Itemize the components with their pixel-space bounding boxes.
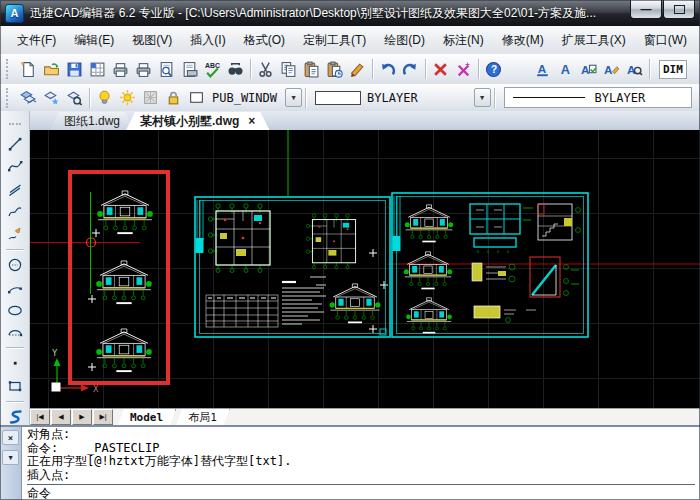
- color-swatch: [315, 91, 361, 105]
- toolbar-separator: [478, 59, 479, 79]
- undo-icon[interactable]: [376, 58, 399, 81]
- tab-layout1[interactable]: 布局1: [176, 409, 230, 425]
- layer-search-icon[interactable]: [63, 86, 86, 109]
- sketch-icon[interactable]: [4, 225, 26, 242]
- expand-icon[interactable]: ▼: [2, 450, 19, 465]
- text-icon[interactable]: A: [554, 58, 577, 81]
- linetype-combo[interactable]: BYLAYER: [504, 87, 692, 108]
- text-style-icon[interactable]: A: [531, 58, 554, 81]
- copy-icon[interactable]: [277, 58, 300, 81]
- cut-icon[interactable]: [254, 58, 277, 81]
- new-icon[interactable]: [17, 58, 40, 81]
- point-icon[interactable]: [4, 355, 26, 372]
- minimize-button[interactable]: —: [630, 0, 662, 19]
- drawing-canvas[interactable]: Y X: [30, 130, 700, 408]
- dim-button[interactable]: DIM: [659, 60, 687, 79]
- export-icon[interactable]: [86, 58, 109, 81]
- layer-properties-icon[interactable]: [17, 86, 40, 109]
- preview-icon[interactable]: [155, 58, 178, 81]
- bulb-on-icon[interactable]: [93, 86, 116, 109]
- find-icon[interactable]: [224, 58, 247, 81]
- title-bar: A 迅捷CAD编辑器 6.2 专业版 - [C:\Users\Administr…: [0, 0, 700, 26]
- paste-special-icon[interactable]: [323, 58, 346, 81]
- paste-icon[interactable]: [300, 58, 323, 81]
- next-layout-button[interactable]: ▶: [72, 409, 92, 425]
- toolbar-separator: [372, 59, 373, 79]
- window-title: 迅捷CAD编辑器 6.2 专业版 - [C:\Users\Administrat…: [30, 5, 624, 22]
- menu-bar: 文件(F) 编辑(E) 视图(V) 插入(I) 格式(O) 定制工具(T) 绘图…: [0, 26, 700, 55]
- spline-icon[interactable]: [4, 158, 26, 175]
- command-history[interactable]: 对角点: 命令: _PASTECLIP 正在用字型[@!hztxt万能字体]替代…: [22, 427, 700, 500]
- menu-help[interactable]: 帮助(H): [696, 28, 700, 53]
- menu-insert[interactable]: 插入(I): [181, 28, 234, 53]
- menu-express-tools[interactable]: 扩展工具(X): [553, 28, 635, 53]
- chevron-down-icon[interactable]: ▼: [474, 88, 491, 107]
- arc-icon[interactable]: [4, 279, 26, 296]
- multiline-icon[interactable]: [4, 180, 26, 197]
- color-value: BYLAYER: [367, 91, 418, 105]
- doc-tab-drawing1[interactable]: 图纸1.dwg: [50, 112, 134, 130]
- menu-modify[interactable]: 修改(M): [493, 28, 553, 53]
- menu-custom-tools[interactable]: 定制工具(T): [294, 28, 375, 53]
- polyline-icon[interactable]: [4, 203, 26, 220]
- menu-view[interactable]: 视图(V): [123, 28, 181, 53]
- menu-dimension[interactable]: 标注(N): [434, 28, 493, 53]
- command-line: 插入点:: [27, 469, 695, 483]
- freeze-icon[interactable]: [139, 86, 162, 109]
- svg-text:A: A: [561, 61, 570, 76]
- spell-check-icon[interactable]: ABC: [201, 58, 224, 81]
- standard-toolbar: ABC?AAAAA DIM: [0, 54, 700, 85]
- doc-tab-villa[interactable]: 某村镇小别墅.dwg ×: [126, 112, 269, 130]
- plot-preview-icon[interactable]: [109, 58, 132, 81]
- chevron-down-icon[interactable]: ▼: [285, 88, 302, 107]
- menu-edit[interactable]: 编辑(E): [65, 28, 123, 53]
- color-combo[interactable]: BYLAYER ▼: [315, 88, 491, 107]
- svg-text:ABC: ABC: [205, 62, 220, 69]
- maximize-button[interactable]: [663, 0, 695, 19]
- print-icon[interactable]: [132, 58, 155, 81]
- menu-file[interactable]: 文件(F): [8, 28, 65, 53]
- document-tab-bar: 图纸1.dwg 某村镇小别墅.dwg ×: [30, 111, 700, 131]
- layer-states-icon[interactable]: [40, 86, 63, 109]
- cad-editor-window: { "window": { "app_initial": "A", "title…: [0, 0, 700, 500]
- menu-window[interactable]: 窗口(W): [635, 28, 696, 53]
- line-icon[interactable]: [4, 135, 26, 152]
- toolbar-separator: [250, 59, 251, 79]
- menu-draw[interactable]: 绘图(D): [375, 28, 434, 53]
- swirl-icon[interactable]: [4, 408, 26, 425]
- close-icon[interactable]: ×: [2, 430, 19, 445]
- menu-format[interactable]: 格式(O): [235, 28, 294, 53]
- close-icon[interactable]: ×: [248, 114, 255, 128]
- help-icon[interactable]: ?: [482, 58, 505, 81]
- text-find-icon[interactable]: A: [623, 58, 646, 81]
- delete-icon[interactable]: [429, 58, 452, 81]
- purge-icon[interactable]: [452, 58, 475, 81]
- rectangle-icon[interactable]: [4, 377, 26, 394]
- lock-icon[interactable]: [162, 86, 185, 109]
- ellipse-arc-icon[interactable]: [4, 324, 26, 341]
- circle-icon[interactable]: [4, 256, 26, 273]
- text-edit-icon[interactable]: A: [600, 58, 623, 81]
- command-input[interactable]: 命令: [27, 484, 695, 500]
- first-layout-button[interactable]: |◀: [30, 409, 50, 425]
- color-swatch-icon[interactable]: [185, 86, 208, 109]
- doc-tab-label: 某村镇小别墅.dwg: [140, 113, 239, 130]
- sun-icon[interactable]: [116, 86, 139, 109]
- prev-layout-button[interactable]: ◀: [51, 409, 71, 425]
- svg-text:Y: Y: [52, 348, 58, 358]
- toolbar-grip[interactable]: [6, 59, 13, 79]
- layout-tab-bar: |◀ ◀ ▶ ▶| Model 布局1: [30, 408, 700, 425]
- command-line: 正在用字型[@!hztxt万能字体]替代字型[txt].: [27, 455, 695, 469]
- last-layout-button[interactable]: ▶|: [93, 409, 113, 425]
- open-icon[interactable]: [40, 58, 63, 81]
- ellipse-icon[interactable]: [4, 301, 26, 318]
- tab-model[interactable]: Model: [118, 409, 176, 425]
- doc-tab-label: 图纸1.dwg: [64, 113, 120, 130]
- format-painter-icon[interactable]: [346, 58, 369, 81]
- layer-combo[interactable]: PUB_WINDW ▼: [212, 88, 302, 107]
- toolbar-grip[interactable]: [6, 88, 13, 108]
- redo-icon[interactable]: [399, 58, 422, 81]
- page-setup-icon[interactable]: [178, 58, 201, 81]
- text-check-icon[interactable]: A: [577, 58, 600, 81]
- save-icon[interactable]: [63, 58, 86, 81]
